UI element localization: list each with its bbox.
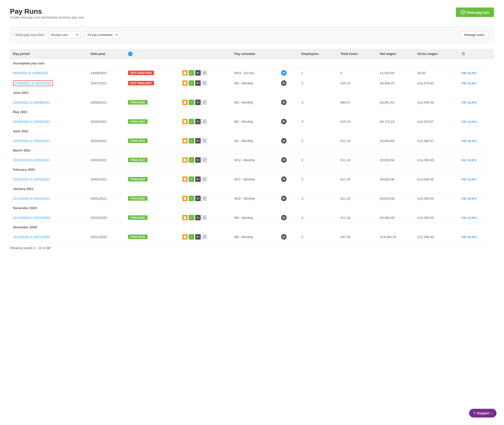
- net-wages: £9,644.68: [377, 136, 414, 146]
- document-icon[interactable]: 📄: [182, 100, 188, 105]
- pay-period-link[interactable]: 8/09/2021 to 14/09/2021: [13, 71, 48, 75]
- status-cell: FINALISED: [125, 136, 179, 146]
- refresh-icon[interactable]: ↺: [202, 196, 207, 201]
- schedule-badge-cell: M: [277, 193, 299, 204]
- email-icon[interactable]: ✉: [195, 100, 201, 105]
- pay-schedule: M12 - Monthly: [231, 155, 277, 165]
- document-icon[interactable]: 📄: [182, 176, 188, 182]
- check-icon[interactable]: ✓: [189, 234, 194, 240]
- email-icon[interactable]: ✉: [195, 196, 201, 201]
- status-cell: FINALISED: [125, 213, 179, 223]
- email-icon[interactable]: ✉: [195, 80, 201, 86]
- refresh-icon[interactable]: ↺: [202, 70, 207, 76]
- document-icon[interactable]: 📄: [182, 157, 188, 163]
- refresh-icon[interactable]: ↺: [202, 234, 207, 240]
- total-hours: 515.34: [337, 78, 377, 88]
- employees-count: 1: [298, 68, 337, 78]
- pay-period-link[interactable]: 21/06/2021 to 20/07/2021: [13, 80, 53, 86]
- pay-schedule: M4 - Monthly: [231, 78, 277, 88]
- pay-period-link[interactable]: 21/10/2020 to 20/11/2020: [13, 235, 50, 239]
- refresh-icon[interactable]: ↺: [202, 138, 207, 143]
- schedule-type-badge: M: [281, 80, 287, 86]
- pay-runs-filter-select[interactable]: All pay runs: [48, 31, 81, 38]
- document-icon[interactable]: 📄: [182, 196, 188, 201]
- pay-slips-link[interactable]: PAY SLIPS: [462, 82, 477, 85]
- refresh-icon[interactable]: ↺: [202, 215, 207, 220]
- email-icon[interactable]: ✉: [195, 234, 201, 240]
- email-icon[interactable]: ✉: [195, 157, 201, 163]
- title-block: Pay Runs Create new pay runs and browse …: [10, 7, 84, 25]
- check-icon[interactable]: ✓: [189, 119, 194, 124]
- col-total-hours: Total hours: [337, 49, 377, 59]
- pay-period-link[interactable]: 21/02/2021 to 20/03/2021: [13, 158, 50, 162]
- group-row: November 2020: [10, 223, 494, 232]
- document-icon[interactable]: 📄: [182, 215, 188, 220]
- check-icon[interactable]: ✓: [189, 196, 194, 201]
- info-icon[interactable]: i: [128, 52, 133, 56]
- pay-schedule: M3 - Monthly: [231, 97, 277, 108]
- check-icon[interactable]: ✓: [189, 80, 194, 86]
- document-icon[interactable]: 📄: [182, 234, 188, 240]
- pay-period-link[interactable]: 21/11/2020 to 20/12/2020: [13, 216, 50, 220]
- refresh-icon[interactable]: ↺: [202, 119, 207, 124]
- pay-slips-link[interactable]: PAY SLIPS: [462, 140, 477, 142]
- filter-label: Show pay runs from: [15, 33, 44, 37]
- table-row: 21/11/2020 to 20/12/202020/12/2020FINALI…: [10, 213, 494, 223]
- employees-count: 3: [298, 97, 337, 108]
- pay-slips-cell: PAY SLIPS: [459, 193, 494, 204]
- email-icon[interactable]: ✉: [195, 138, 201, 143]
- pay-slips-link[interactable]: PAY SLIPS: [462, 101, 477, 104]
- col-icons: [179, 49, 231, 59]
- status-badge: NOT FINALISED: [128, 81, 154, 85]
- pay-slips-link[interactable]: PAY SLIPS: [462, 236, 477, 239]
- group-row: January 2021: [10, 184, 494, 193]
- pay-period-link[interactable]: 21/12/2020 to 20/01/2021: [13, 197, 50, 200]
- check-icon[interactable]: ✓: [189, 100, 194, 105]
- document-icon[interactable]: 📄: [182, 119, 188, 124]
- table-row: 21/02/2021 to 20/03/202120/03/2021FINALI…: [10, 155, 494, 165]
- pay-slips-link[interactable]: PAY SLIPS: [462, 120, 477, 123]
- gear-icon[interactable]: ⚙: [462, 52, 465, 56]
- pay-schedule: M8 - Monthly: [231, 232, 277, 242]
- check-icon[interactable]: ✓: [189, 215, 194, 220]
- table-row: 8/09/2021 to 14/09/202114/09/2021NOT FIN…: [10, 68, 494, 78]
- net-wages: £9,833.56: [377, 155, 414, 165]
- email-icon[interactable]: ✉: [195, 176, 201, 182]
- net-wages: £9,833.56: [377, 193, 414, 204]
- pay-period-link[interactable]: 21/05/2021 to 20/06/2021: [13, 101, 50, 104]
- employees-count: 3: [298, 174, 337, 184]
- check-icon[interactable]: ✓: [189, 176, 194, 182]
- document-icon[interactable]: 📄: [182, 138, 188, 143]
- new-pay-run-button[interactable]: + New pay run: [456, 7, 494, 17]
- page-subtitle: Create new pay runs and browse previous …: [10, 15, 84, 19]
- action-icons-cell: 📄✓✉↺: [179, 213, 231, 223]
- email-icon[interactable]: ✉: [195, 70, 201, 76]
- pay-schedules-filter-select[interactable]: All pay schedules: [85, 31, 120, 38]
- check-icon[interactable]: ✓: [189, 138, 194, 143]
- support-button[interactable]: ? Support ›: [469, 409, 497, 418]
- document-icon[interactable]: 📄: [182, 80, 188, 86]
- pay-slips-link[interactable]: PAY SLIPS: [462, 178, 477, 181]
- refresh-icon[interactable]: ↺: [202, 176, 207, 182]
- action-icons-cell: 📄✓✉↺: [179, 232, 231, 242]
- pay-slips-link[interactable]: PAY SLIPS: [462, 159, 477, 162]
- action-icons-cell: 📄✓✉↺: [179, 117, 231, 127]
- check-icon[interactable]: ✓: [189, 157, 194, 163]
- pay-slips-link[interactable]: PAY SLIPS: [462, 72, 477, 75]
- email-icon[interactable]: ✉: [195, 215, 201, 220]
- manage-tasks-button[interactable]: Manage tasks: [460, 31, 489, 39]
- pay-period-link[interactable]: 21/04/2021 to 20/05/2021: [13, 120, 50, 124]
- table-row: 21/03/2021 to 20/04/202120/04/2021FINALI…: [10, 136, 494, 146]
- date-paid: 20/07/2021: [88, 78, 125, 88]
- refresh-icon[interactable]: ↺: [202, 80, 207, 86]
- pay-slips-link[interactable]: PAY SLIPS: [462, 197, 477, 200]
- schedule-type-badge: M: [281, 138, 287, 143]
- document-icon[interactable]: 📄: [182, 70, 188, 76]
- pay-period-link[interactable]: 21/01/2021 to 20/02/2021: [13, 177, 50, 181]
- email-icon[interactable]: ✉: [195, 119, 201, 124]
- refresh-icon[interactable]: ↺: [202, 157, 207, 163]
- refresh-icon[interactable]: ↺: [202, 100, 207, 105]
- check-icon[interactable]: ✓: [189, 70, 194, 76]
- pay-period-link[interactable]: 21/03/2021 to 20/04/2021: [13, 139, 50, 143]
- pay-slips-link[interactable]: PAY SLIPS: [462, 216, 477, 219]
